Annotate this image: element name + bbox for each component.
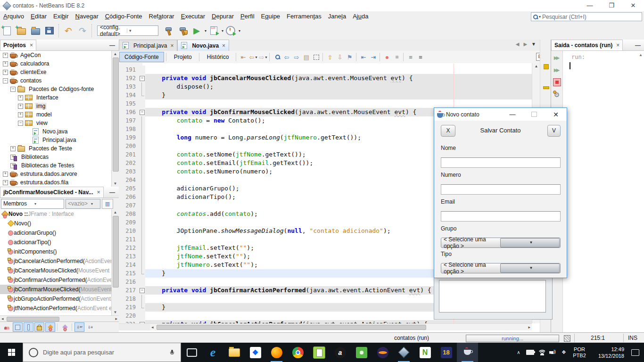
- navigator-hscrollbar[interactable]: ◂▸: [0, 315, 119, 322]
- tree-item-pacotes-de-teste[interactable]: +Pacotes de Teste: [0, 144, 112, 153]
- menu-perfil[interactable]: Perfil: [237, 11, 258, 22]
- show-inner-classes-button[interactable]: [60, 322, 70, 332]
- taskbar-astah[interactable]: a: [330, 343, 351, 362]
- dialog-minimize-button[interactable]: —: [502, 111, 523, 118]
- menu-refatorar[interactable]: Refatorar: [146, 11, 178, 22]
- projects-tree[interactable]: +AgeCon+calculadora+clienteExe−contatos−…: [0, 51, 112, 187]
- stop-run-button[interactable]: [553, 78, 561, 87]
- menu-exibir[interactable]: Exibir: [50, 11, 72, 22]
- tree-item-clienteexe[interactable]: +clienteExe: [0, 68, 112, 76]
- member-jbCancelarMouseClicked[interactable]: jbCancelarMouseClicked(MouseEvent e: [0, 266, 112, 275]
- tab-close-icon[interactable]: ×: [222, 42, 225, 49]
- tree-item-model[interactable]: +model: [0, 110, 112, 119]
- search-scope-chevron-icon[interactable]: ▾: [539, 15, 541, 19]
- quick-search[interactable]: ▾ Pesquisar (Ctrl+I): [531, 12, 642, 21]
- expand-icon[interactable]: +: [3, 53, 8, 58]
- next-bookmark-button[interactable]: ⇩: [335, 52, 345, 62]
- tree-item-contatos[interactable]: −contatos: [0, 76, 112, 85]
- find-selection-button[interactable]: [272, 52, 281, 62]
- clean-build-button[interactable]: [175, 24, 190, 38]
- numero-input[interactable]: [441, 184, 561, 195]
- navigator-minimize-icon[interactable]: —: [109, 189, 115, 196]
- taskbar-chrome[interactable]: [287, 343, 308, 362]
- projects-minimize-icon[interactable]: —: [109, 42, 115, 49]
- projects-tab[interactable]: Projetos ×: [0, 40, 36, 50]
- stop-macro-button[interactable]: ■: [392, 52, 402, 62]
- output-settings-button[interactable]: ⚙: [553, 90, 561, 99]
- previous-occurrence-button[interactable]: ⇦: [281, 52, 291, 62]
- running-app-list[interactable]: [439, 280, 546, 313]
- collapse-icon[interactable]: −: [10, 87, 16, 92]
- expand-icon[interactable]: +: [10, 146, 16, 151]
- battery-icon[interactable]: [524, 343, 536, 362]
- members-select[interactable]: Membros ▾: [1, 199, 64, 209]
- columns-button[interactable]: ▥: [102, 199, 113, 209]
- menu-executar[interactable]: Executar: [178, 11, 208, 22]
- fold-margin[interactable]: −: [139, 108, 145, 116]
- rerun-button[interactable]: ▶▶: [553, 53, 561, 62]
- dialog-close-button[interactable]: ✕: [545, 111, 567, 118]
- view-history-button[interactable]: Histórico: [202, 52, 234, 62]
- collapse-icon[interactable]: −: [3, 78, 8, 83]
- tree-item-view[interactable]: −view: [0, 119, 112, 127]
- expand-icon[interactable]: +: [3, 61, 8, 66]
- email-input[interactable]: [441, 211, 561, 222]
- fold-margin[interactable]: −: [139, 320, 145, 323]
- open-project-button[interactable]: [28, 24, 42, 38]
- previous-bookmark-button[interactable]: ⇧: [325, 52, 335, 62]
- expand-icon[interactable]: +: [18, 112, 23, 117]
- restore-button[interactable]: ❐: [601, 0, 622, 11]
- clock[interactable]: 12:49 13/12/2018: [589, 346, 626, 359]
- dialog-maximize-button[interactable]: [523, 112, 545, 117]
- fold-collapse-icon[interactable]: −: [140, 288, 145, 293]
- microphone-icon[interactable]: [170, 350, 174, 355]
- menu-depurar[interactable]: Depurar: [208, 11, 237, 22]
- bookmark-mark[interactable]: [544, 64, 549, 69]
- start-button[interactable]: [0, 343, 23, 362]
- output-console[interactable]: run: ▲: [563, 51, 644, 332]
- last-edit-button[interactable]: ⇤: [238, 52, 248, 62]
- toggle-highlight-button[interactable]: ▤: [301, 52, 311, 62]
- menu-cdigofonte[interactable]: Código-Fonte: [102, 11, 146, 22]
- output-tab[interactable]: Saída - contatos (run) ×: [551, 40, 623, 50]
- member-adicionarTipo[interactable]: adicionarTipo(): [0, 238, 112, 247]
- fold-collapse-icon[interactable]: −: [140, 76, 145, 81]
- output-scroll-up-icon[interactable]: ▲: [639, 53, 643, 57]
- tab-list-chevron-icon[interactable]: ▼: [531, 41, 536, 47]
- taskbar-search[interactable]: Digite aqui para pesquisar: [23, 343, 181, 362]
- taskbar-notepadpp[interactable]: [308, 343, 330, 362]
- menu-equipe[interactable]: Equipe: [258, 11, 283, 22]
- taskbar-green-tool[interactable]: [351, 343, 372, 362]
- sort-source-button[interactable]: ⇩≡: [85, 322, 95, 332]
- navigator-close-icon[interactable]: ×: [97, 189, 100, 196]
- taskbar-task-view[interactable]: [181, 343, 202, 362]
- shift-left-button[interactable]: ⇤: [358, 52, 368, 62]
- dropbox-tray-icon[interactable]: ❖: [558, 343, 570, 362]
- run-button[interactable]: ▶: [190, 24, 204, 38]
- output-close-icon[interactable]: ×: [616, 42, 619, 49]
- tab-principal-java[interactable]: Principal.java×: [119, 40, 177, 51]
- navigator-scrollbar[interactable]: ▲▼: [111, 209, 119, 315]
- new-file-button[interactable]: +: [0, 24, 14, 38]
- tipo-select[interactable]: < Selecione uma opção >▼: [441, 263, 561, 273]
- toggle-bookmark-button[interactable]: ⚑: [345, 52, 355, 62]
- menu-arquivo[interactable]: Arquivo: [0, 11, 27, 22]
- uncomment-button[interactable]: ≡: [415, 52, 425, 62]
- show-constructors-button[interactable]: [45, 322, 55, 332]
- nome-input[interactable]: [441, 157, 561, 168]
- taskbar-app-18[interactable]: 18: [436, 343, 457, 362]
- taskbar-java-app[interactable]: [457, 343, 478, 362]
- close-button[interactable]: ✕: [622, 0, 644, 11]
- tree-item-pacotes-de-c-digos-fonte[interactable]: −Pacotes de Códigos-fonte: [0, 85, 112, 93]
- navigator-class-row[interactable]: Novo :: JFrame : Interface: [0, 209, 112, 219]
- tree-item-agecon[interactable]: +AgeCon: [0, 51, 112, 59]
- rectangular-selection-button[interactable]: [311, 52, 321, 62]
- tree-item-calculadora[interactable]: +calculadora: [0, 59, 112, 68]
- build-button[interactable]: [161, 24, 175, 38]
- redo-button[interactable]: ↷: [75, 24, 90, 38]
- process-list-icon[interactable]: [564, 335, 570, 342]
- expand-icon[interactable]: +: [3, 172, 8, 177]
- member-jcbGrupoActionPerformed[interactable]: jcbGrupoActionPerformed(ActionEvent: [0, 294, 112, 304]
- tree-item-bibliotecas[interactable]: +Bibliotecas: [0, 153, 112, 161]
- comment-button[interactable]: ≡: [405, 52, 415, 62]
